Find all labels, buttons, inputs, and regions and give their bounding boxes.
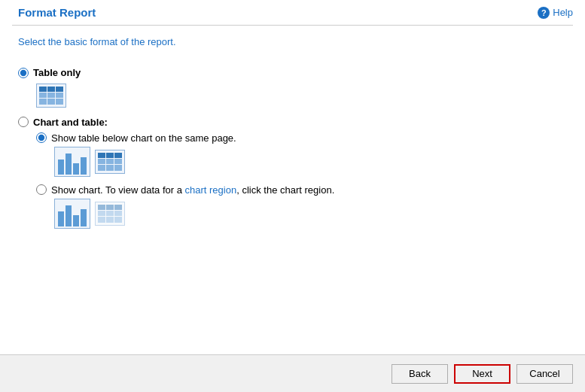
- chart-icon-2: [54, 199, 90, 229]
- show-table-below-radio[interactable]: [36, 132, 47, 143]
- show-chart-icons: [54, 199, 567, 229]
- show-table-below-suboption[interactable]: Show table below chart on the same page.: [36, 132, 567, 177]
- header: Format Report ? Help: [0, 0, 585, 25]
- table-only-icon-row: [36, 83, 567, 108]
- table-only-text: Table only: [33, 67, 81, 78]
- chart-and-table-radio[interactable]: [18, 117, 29, 127]
- show-chart-suboption[interactable]: Show chart. To view data for a chart reg…: [36, 184, 567, 229]
- show-chart-text: Show chart. To view data for a chart reg…: [51, 184, 334, 196]
- chart-and-table-text: Chart and table:: [33, 117, 108, 128]
- table-icon-2: [95, 202, 125, 226]
- show-chart-radio[interactable]: [36, 184, 47, 195]
- table-only-radio[interactable]: [18, 68, 29, 78]
- show-table-below-label[interactable]: Show table below chart on the same page.: [36, 132, 567, 144]
- page-title: Format Report: [18, 6, 96, 19]
- subtitle: Select the basic format of the report.: [0, 26, 585, 55]
- chart-icon-1: [54, 147, 90, 177]
- footer: Back Next Cancel: [0, 354, 585, 392]
- chart-and-table-label[interactable]: Chart and table:: [18, 117, 567, 128]
- cancel-button[interactable]: Cancel: [516, 364, 573, 384]
- back-button[interactable]: Back: [392, 364, 448, 384]
- show-table-below-icons: [54, 147, 567, 177]
- show-table-below-text: Show table below chart on the same page.: [51, 132, 236, 144]
- content: Table only Chart and table:: [0, 55, 585, 250]
- help-icon: ?: [538, 7, 550, 19]
- table-only-option[interactable]: Table only: [18, 67, 567, 108]
- table-only-label[interactable]: Table only: [18, 67, 567, 78]
- help-link[interactable]: ? Help: [538, 7, 573, 19]
- help-label: Help: [553, 7, 573, 18]
- table-only-icon: [36, 84, 66, 108]
- next-button[interactable]: Next: [454, 364, 510, 384]
- table-icon-1: [95, 150, 125, 174]
- report-link[interactable]: report: [148, 36, 173, 47]
- chart-and-table-option[interactable]: Chart and table: Show table below chart …: [18, 117, 567, 229]
- show-chart-label[interactable]: Show chart. To view data for a chart reg…: [36, 184, 567, 196]
